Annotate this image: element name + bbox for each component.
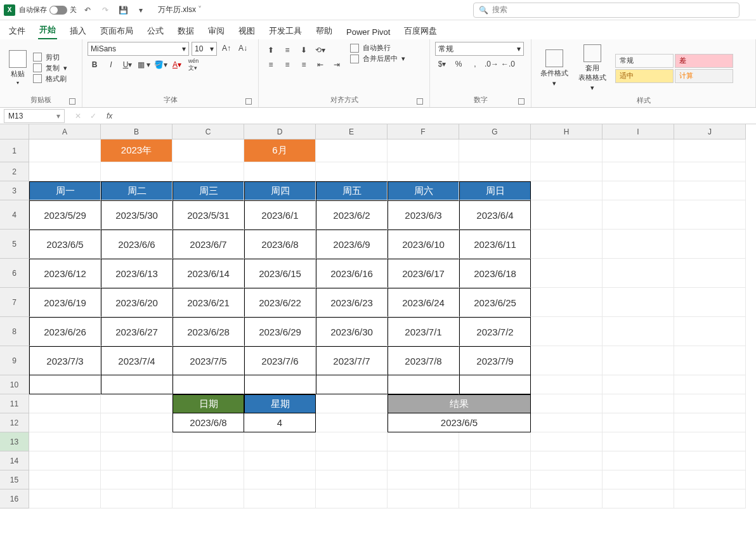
cell-I15[interactable] xyxy=(603,470,674,489)
tab-数据[interactable]: 数据 xyxy=(176,23,195,39)
cell-H13[interactable] xyxy=(531,432,603,451)
cell-I7[interactable] xyxy=(603,288,674,317)
paste-button[interactable]: 粘贴▾ xyxy=(5,48,30,88)
row-header-11[interactable]: 11 xyxy=(0,394,29,413)
decrease-decimal-button[interactable]: ←.0 xyxy=(501,58,515,70)
cell-H12[interactable] xyxy=(531,413,603,432)
row-header-15[interactable]: 15 xyxy=(0,470,29,489)
cell-J8[interactable] xyxy=(674,317,746,346)
conditional-format-button[interactable]: 条件格式▾ xyxy=(537,47,572,90)
col-header-J[interactable]: J xyxy=(674,124,746,139)
col-header-I[interactable]: I xyxy=(603,124,674,139)
cell-E14[interactable] xyxy=(316,451,388,470)
cell-B2[interactable] xyxy=(101,162,173,181)
cell-C13[interactable] xyxy=(173,432,244,451)
cell-A12[interactable] xyxy=(29,413,101,432)
redo-button[interactable]: ↷ xyxy=(98,3,112,17)
cell-H8[interactable] xyxy=(531,317,603,346)
decrease-indent-button[interactable]: ⇤ xyxy=(313,58,327,71)
cell-D4[interactable]: 2023/6/1 xyxy=(244,200,316,230)
cell-E11[interactable] xyxy=(316,394,388,413)
cell-E1[interactable] xyxy=(316,139,388,162)
increase-decimal-button[interactable]: .0→ xyxy=(485,58,499,70)
cell-C8[interactable]: 2023/6/28 xyxy=(173,317,244,346)
cell-J4[interactable] xyxy=(674,200,746,230)
cell-G9[interactable]: 2023/7/9 xyxy=(459,346,531,375)
row-header-14[interactable]: 14 xyxy=(0,451,29,470)
cell-C3[interactable]: 周三 xyxy=(173,181,244,200)
cell-A9[interactable]: 2023/7/3 xyxy=(29,346,101,375)
cell-D14[interactable] xyxy=(244,451,316,470)
cell-J11[interactable] xyxy=(674,394,746,413)
cell-B12[interactable] xyxy=(101,413,173,432)
row-header-1[interactable]: 1 xyxy=(0,139,29,162)
cell-B1[interactable]: 2023年 xyxy=(101,139,173,162)
cell-I2[interactable] xyxy=(603,162,674,181)
fill-color-button[interactable]: 🪣▾ xyxy=(153,58,167,71)
cell-I1[interactable] xyxy=(603,139,674,162)
cell-I5[interactable] xyxy=(603,230,674,259)
cell-F11[interactable]: 结果 xyxy=(388,394,531,413)
filename[interactable]: 万年历.xlsx ˅ xyxy=(158,4,202,15)
cancel-formula-button[interactable]: ✕ xyxy=(71,110,85,122)
number-format-select[interactable]: 常规▾ xyxy=(435,42,524,56)
cell-F5[interactable]: 2023/6/10 xyxy=(388,230,459,259)
row-header-12[interactable]: 12 xyxy=(0,413,29,432)
cell-B14[interactable] xyxy=(101,451,173,470)
row-header-2[interactable]: 2 xyxy=(0,162,29,181)
row-header-3[interactable]: 3 xyxy=(0,181,29,200)
cell-E9[interactable]: 2023/7/7 xyxy=(316,346,388,375)
row-header-5[interactable]: 5 xyxy=(0,230,29,259)
fx-icon[interactable]: fx xyxy=(103,112,116,120)
cell-D1[interactable]: 6月 xyxy=(244,139,316,162)
style-normal[interactable]: 常规 xyxy=(615,54,674,68)
cell-H1[interactable] xyxy=(531,139,603,162)
cell-I12[interactable] xyxy=(603,413,674,432)
cell-E3[interactable]: 周五 xyxy=(316,181,388,200)
cell-H2[interactable] xyxy=(531,162,603,181)
cell-H7[interactable] xyxy=(531,288,603,317)
cell-A14[interactable] xyxy=(29,451,101,470)
cell-D12[interactable]: 4 xyxy=(244,413,316,432)
cell-D5[interactable]: 2023/6/8 xyxy=(244,230,316,259)
cell-F13[interactable] xyxy=(388,432,459,451)
cell-A2[interactable] xyxy=(29,162,101,181)
clipboard-launcher[interactable] xyxy=(69,98,75,105)
cell-B6[interactable]: 2023/6/13 xyxy=(101,259,173,288)
cell-D7[interactable]: 2023/6/22 xyxy=(244,288,316,317)
percent-button[interactable]: % xyxy=(452,58,466,70)
align-launcher[interactable] xyxy=(417,98,423,105)
cell-G16[interactable] xyxy=(459,489,531,508)
cell-F7[interactable]: 2023/6/24 xyxy=(388,288,459,317)
cell-A16[interactable] xyxy=(29,489,101,508)
cell-B3[interactable]: 周二 xyxy=(101,181,173,200)
cell-C11[interactable]: 日期 xyxy=(173,394,244,413)
cells[interactable]: 2023年6月周一周二周三周四周五周六周日2023/5/292023/5/302… xyxy=(29,139,756,508)
cell-J14[interactable] xyxy=(674,451,746,470)
cell-J15[interactable] xyxy=(674,470,746,489)
cell-H3[interactable] xyxy=(531,181,603,200)
font-size-select[interactable]: 10▾ xyxy=(192,42,217,56)
bold-button[interactable]: B xyxy=(88,58,101,71)
cell-B15[interactable] xyxy=(101,470,173,489)
cell-F16[interactable] xyxy=(388,489,459,508)
cell-D10[interactable] xyxy=(244,375,316,394)
row-header-7[interactable]: 7 xyxy=(0,288,29,317)
name-box[interactable]: M13▾ xyxy=(4,109,65,123)
cell-H6[interactable] xyxy=(531,259,603,288)
cell-A13[interactable] xyxy=(29,432,101,451)
cell-I11[interactable] xyxy=(603,394,674,413)
format-as-table-button[interactable]: 套用 表格格式▾ xyxy=(575,42,610,94)
col-header-G[interactable]: G xyxy=(459,124,531,139)
tab-Power Pivot[interactable]: Power Pivot xyxy=(345,25,391,39)
currency-button[interactable]: $▾ xyxy=(435,58,449,70)
cell-H16[interactable] xyxy=(531,489,603,508)
formula-input[interactable] xyxy=(116,109,756,123)
cell-E12[interactable] xyxy=(316,413,388,432)
cell-E6[interactable]: 2023/6/16 xyxy=(316,259,388,288)
tab-公式[interactable]: 公式 xyxy=(146,23,165,39)
cell-G2[interactable] xyxy=(459,162,531,181)
cell-C12[interactable]: 2023/6/8 xyxy=(173,413,244,432)
tab-帮助[interactable]: 帮助 xyxy=(315,23,334,39)
font-name-select[interactable]: MiSans▾ xyxy=(88,42,189,56)
